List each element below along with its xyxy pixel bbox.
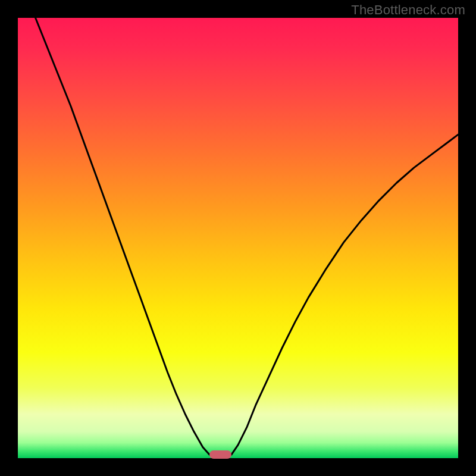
optimal-range-marker <box>209 450 231 459</box>
bottleneck-curve <box>18 18 458 458</box>
watermark-text: TheBottleneck.com <box>351 2 465 18</box>
chart-frame <box>18 18 458 458</box>
